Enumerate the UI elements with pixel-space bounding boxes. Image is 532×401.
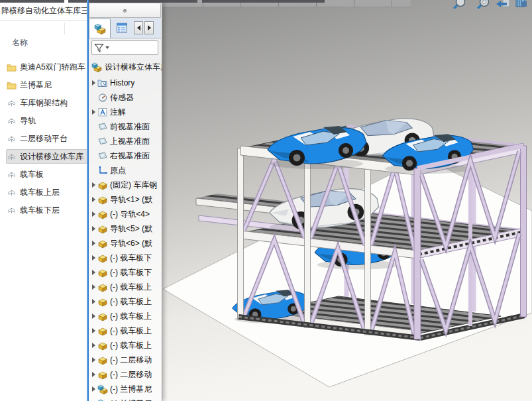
file-item-car-pallet[interactable]: 载车板 bbox=[7, 167, 87, 182]
tree-item-pallet-lower-2[interactable]: (-) 载车板下 bbox=[90, 265, 162, 280]
tree-item-pallet-upper-2[interactable]: (-) 载车板上 bbox=[90, 294, 162, 309]
tree-item-pallet-upper-3[interactable]: (-) 载车板上 bbox=[90, 309, 162, 323]
tree-item-fixed-garage-frame[interactable]: (固定) 车库钢 bbox=[90, 178, 162, 192]
tree-item-history[interactable]: History bbox=[90, 76, 162, 90]
file-item-label: 载车板上层 bbox=[20, 187, 60, 198]
part-icon bbox=[97, 253, 108, 263]
file-item-label: 兰博基尼 bbox=[20, 80, 52, 91]
expand-arrow-icon[interactable] bbox=[90, 255, 97, 260]
tree-item-annotations[interactable]: 注解 bbox=[90, 105, 162, 119]
expand-arrow-icon[interactable] bbox=[90, 328, 97, 333]
file-item-label: 载车板 bbox=[20, 169, 44, 180]
file-item-car-pallet-lower[interactable]: 载车板下层 bbox=[7, 203, 87, 217]
tree-item-lamborghini-1[interactable]: (-) 兰博基尼 bbox=[90, 382, 162, 396]
tab-display-pane[interactable] bbox=[111, 19, 133, 38]
expand-arrow-icon[interactable] bbox=[90, 80, 97, 86]
tab-scroll-left-button[interactable] bbox=[134, 21, 143, 34]
annotation-icon bbox=[97, 107, 108, 117]
tree-item-label: (-) 载车板下 bbox=[110, 253, 152, 264]
tree-item-label: (-) 载车板上 bbox=[110, 311, 152, 322]
tree-item-pallet-upper-5[interactable]: (-) 载车板上 bbox=[90, 338, 162, 353]
tree-item-label: (固定) 车库钢 bbox=[110, 180, 157, 191]
tree-item-sensors[interactable]: 传感器 bbox=[90, 90, 162, 105]
tab-scroll-right-button[interactable] bbox=[144, 21, 154, 34]
panel-splitter-grip[interactable] bbox=[89, 3, 161, 18]
tree-item-label: (-) 载车板上 bbox=[110, 340, 152, 351]
expand-arrow-icon[interactable] bbox=[90, 314, 97, 319]
assembly-icon bbox=[91, 62, 102, 72]
column-divider[interactable] bbox=[64, 23, 65, 34]
file-item-label: 载车板下层 bbox=[20, 205, 60, 216]
part-icon bbox=[97, 209, 108, 219]
window-title: 降横移自动化立体车库三 bbox=[1, 5, 87, 17]
tree-item-rail-5[interactable]: 导轨<5> (默 bbox=[90, 221, 162, 236]
tree-item-label: 前视基准面 bbox=[110, 121, 150, 133]
expand-arrow-icon[interactable] bbox=[90, 372, 97, 377]
expand-arrow-icon[interactable] bbox=[90, 343, 97, 348]
part-icon bbox=[97, 238, 108, 249]
tree-item-front-plane[interactable]: 前视基准面 bbox=[90, 119, 162, 134]
tree-item-pallet-lower-1[interactable]: (-) 载车板下 bbox=[90, 251, 162, 265]
tree-item-origin[interactable]: 原点 bbox=[90, 163, 162, 178]
file-item-second-floor-platform[interactable]: 二层移动平台 bbox=[7, 131, 87, 146]
expand-arrow-icon[interactable] bbox=[90, 109, 97, 115]
tree-item-rail-1[interactable]: 导轨<1> (默 bbox=[90, 192, 162, 207]
expand-arrow-icon[interactable] bbox=[90, 299, 97, 304]
file-item-label: 设计横移立体车库 bbox=[20, 151, 83, 162]
zoom-area-icon[interactable] bbox=[478, 0, 489, 9]
tree-item-lamborghini-2[interactable]: (-) 兰博基尼 bbox=[90, 396, 162, 401]
part-icon bbox=[97, 194, 108, 205]
tree-item-rail-4[interactable]: (-) 导轨<4> bbox=[90, 207, 162, 221]
file-item-car-pallet-upper[interactable]: 载车板上层 bbox=[7, 185, 87, 200]
expand-arrow-icon[interactable] bbox=[90, 182, 97, 188]
expand-arrow-icon[interactable] bbox=[90, 211, 97, 217]
expand-arrow-icon[interactable] bbox=[90, 284, 97, 290]
tab-feature-tree[interactable] bbox=[89, 19, 111, 38]
expand-arrow-icon[interactable] bbox=[90, 197, 97, 202]
file-item-label: 奥迪A5双门轿跑车 bbox=[20, 62, 85, 73]
part-file-icon bbox=[7, 205, 17, 215]
part-icon bbox=[97, 180, 108, 190]
tree-item-moving-platform-2[interactable]: (-) 二层移动 bbox=[90, 367, 162, 382]
tree-item-label: 注解 bbox=[110, 107, 126, 118]
tree-item-pallet-upper-4[interactable]: (-) 载车板上 bbox=[90, 323, 162, 338]
expand-arrow-icon[interactable] bbox=[90, 386, 97, 392]
tree-item-rail-6[interactable]: 导轨<6> (默 bbox=[90, 236, 162, 251]
part-file-icon bbox=[7, 188, 17, 198]
tree-item-label: 原点 bbox=[110, 165, 126, 176]
tree-filter-box[interactable] bbox=[91, 40, 158, 55]
expand-arrow-icon[interactable] bbox=[90, 241, 97, 246]
tree-item-label: (-) 兰博基尼 bbox=[110, 384, 152, 395]
zoom-fit-icon[interactable] bbox=[454, 0, 465, 9]
assembly-file-icon bbox=[7, 152, 17, 162]
section-view-icon[interactable] bbox=[516, 0, 527, 7]
plane-icon bbox=[97, 136, 108, 146]
part-file-icon bbox=[7, 98, 17, 108]
chevron-down-icon[interactable] bbox=[105, 46, 109, 49]
column-header-name[interactable]: 名称 bbox=[12, 37, 28, 48]
origin-icon bbox=[97, 165, 108, 176]
file-item-audi-a5[interactable]: 奥迪A5双门轿跑车 bbox=[7, 60, 87, 74]
file-item-guide-rail[interactable]: 导轨 bbox=[7, 113, 87, 128]
tree-item-pallet-upper-1[interactable]: (-) 载车板上 bbox=[90, 280, 162, 294]
plane-icon bbox=[97, 150, 108, 161]
expand-arrow-icon[interactable] bbox=[90, 270, 97, 275]
tree-item-label: 上视基准面 bbox=[110, 136, 150, 147]
tree-item-label: 导轨<5> (默 bbox=[110, 223, 152, 235]
part-icon bbox=[97, 340, 108, 351]
tree-item-label: 导轨<1> (默 bbox=[110, 194, 152, 205]
tree-item-moving-platform-1[interactable]: (-) 二层移动 bbox=[90, 353, 162, 367]
expand-arrow-icon[interactable] bbox=[90, 226, 97, 231]
tree-item-label: (-) 载车板上 bbox=[110, 296, 152, 308]
expand-arrow-icon[interactable] bbox=[90, 357, 97, 363]
previous-view-icon[interactable] bbox=[496, 0, 509, 7]
file-item-garage-steel-frame[interactable]: 车库钢架结构 bbox=[7, 95, 87, 110]
part-icon bbox=[97, 355, 108, 365]
tree-item-label: 导轨<6> (默 bbox=[110, 238, 152, 249]
file-item-lamborghini[interactable]: 兰博基尼 bbox=[7, 78, 87, 92]
file-item-parking-garage-assembly[interactable]: 设计横移立体车库 bbox=[6, 149, 87, 164]
tree-item-top-plane[interactable]: 上视基准面 bbox=[90, 134, 162, 148]
tree-item-right-plane[interactable]: 右视基准面 bbox=[90, 148, 162, 163]
tree-root-assembly[interactable]: 设计横移立体车库 bbox=[91, 60, 162, 74]
tree-item-label: 右视基准面 bbox=[110, 150, 150, 162]
